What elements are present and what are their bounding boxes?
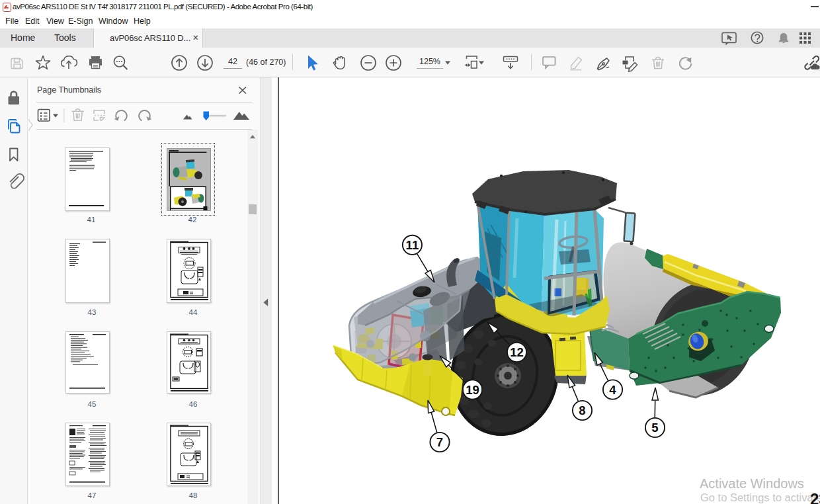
svg-text:4: 4 <box>609 383 616 397</box>
svg-text:8: 8 <box>579 403 585 417</box>
svg-text:12: 12 <box>510 345 524 359</box>
svg-text:7: 7 <box>436 435 443 449</box>
svg-text:19: 19 <box>466 383 479 397</box>
svg-text:5: 5 <box>651 421 658 435</box>
svg-text:11: 11 <box>406 238 419 252</box>
